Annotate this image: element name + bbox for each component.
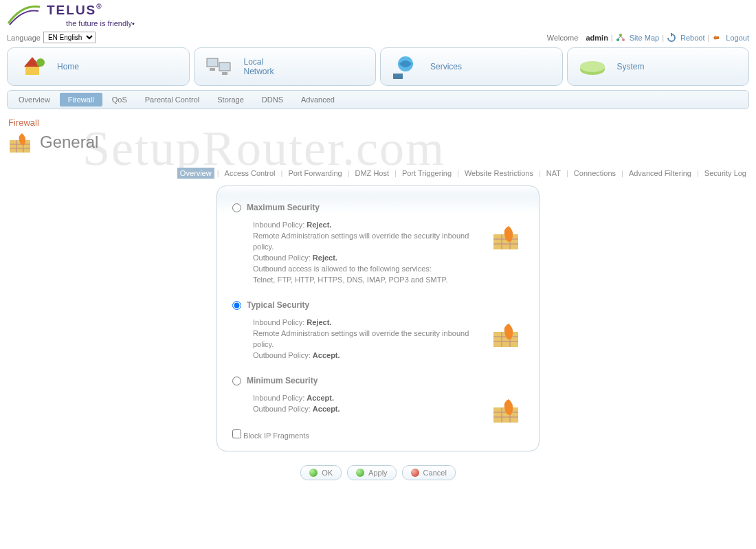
tab-website-restrictions[interactable]: Website Restrictions — [462, 168, 536, 179]
sub-nav: OverviewFirewallQoSParental ControlStora… — [7, 90, 749, 109]
policy-line: Inbound Policy: Accept. — [253, 392, 482, 403]
policy-line: Outbound Policy: Accept. — [253, 403, 482, 414]
services-icon — [390, 53, 421, 80]
security-title: Minimum Security — [247, 376, 318, 385]
subnav-overview[interactable]: Overview — [10, 93, 58, 107]
policy-line: Outbound Policy: Reject. — [253, 252, 482, 263]
security-title: Maximum Security — [247, 203, 320, 212]
subnav-qos[interactable]: QoS — [104, 93, 135, 107]
brand-logo: TELUS® the future is friendly• — [7, 3, 749, 27]
welcome-user: admin — [586, 34, 608, 42]
subnav-ddns[interactable]: DDNS — [254, 93, 291, 107]
svg-point-2 — [622, 38, 625, 41]
breadcrumb: Firewall General — [7, 117, 749, 154]
sitemap-icon — [616, 33, 625, 43]
system-icon — [577, 53, 608, 80]
nav-system[interactable]: System — [567, 47, 750, 86]
reboot-icon — [667, 33, 676, 43]
tab-port-triggering[interactable]: Port Triggering — [399, 168, 454, 179]
policy-line: Inbound Policy: Reject. — [253, 219, 482, 230]
logout-link[interactable]: Logout — [726, 34, 749, 42]
policy-line: Inbound Policy: Reject. — [253, 317, 482, 328]
security-radio-2[interactable] — [232, 377, 241, 385]
subnav-parental-control[interactable]: Parental Control — [137, 93, 208, 107]
subnav-advanced[interactable]: Advanced — [293, 93, 343, 107]
subnav-firewall[interactable]: Firewall — [60, 93, 102, 107]
block-ip-row: Block IP Fragments — [232, 429, 524, 440]
top-actions: Welcome admin | Site Map | Reboot | Logo… — [547, 33, 749, 43]
check-icon — [309, 469, 318, 477]
nav-services[interactable]: Services — [380, 47, 563, 86]
firewall-graphic-icon — [491, 396, 524, 425]
policy-text: Remote Administration settings will over… — [253, 328, 482, 350]
security-body: Inbound Policy: Reject.Remote Administra… — [253, 219, 524, 285]
firewall-graphic-icon — [491, 223, 524, 252]
svg-rect-10 — [222, 72, 227, 75]
security-title: Typical Security — [247, 300, 309, 310]
svg-point-6 — [36, 58, 45, 67]
language-dropdown[interactable]: EN English — [43, 32, 96, 43]
nav-local-network[interactable]: Local Network — [194, 47, 377, 86]
nav-system-label: System — [617, 62, 645, 71]
security-radio-1[interactable] — [232, 301, 241, 310]
button-row: OK Apply Cancel — [0, 465, 756, 480]
brand-tagline: the future is friendly• — [66, 19, 135, 27]
policy-text: Outbound access is allowed to the follow… — [253, 263, 482, 274]
tab-overview[interactable]: Overview — [177, 168, 214, 179]
nav-services-label: Services — [430, 62, 462, 71]
breadcrumb-section: Firewall — [8, 117, 749, 128]
nav-home-label: Home — [57, 62, 79, 71]
welcome-text: Welcome — [547, 34, 579, 42]
header: TELUS® the future is friendly• — [0, 0, 756, 27]
svg-rect-9 — [210, 68, 215, 71]
language-label: Language — [7, 34, 41, 42]
ok-button[interactable]: OK — [300, 465, 342, 480]
cancel-icon — [411, 469, 419, 477]
tab-nat[interactable]: NAT — [544, 168, 564, 179]
svg-rect-3 — [671, 33, 672, 36]
firewall-tabs: Overview|Access Control|Port Forwarding|… — [7, 168, 749, 179]
tab-dmz-host[interactable]: DMZ Host — [353, 168, 392, 179]
svg-rect-12 — [393, 74, 403, 79]
block-ip-checkbox[interactable] — [232, 429, 241, 438]
svg-rect-7 — [207, 58, 218, 67]
cancel-button[interactable]: Cancel — [402, 465, 456, 480]
apply-button[interactable]: Apply — [347, 465, 397, 480]
svg-point-1 — [616, 38, 619, 41]
security-panel: Maximum SecurityInbound Policy: Reject.R… — [216, 186, 540, 451]
brand-name: TELUS® — [47, 3, 135, 18]
sitemap-link[interactable]: Site Map — [630, 34, 659, 42]
security-body: Inbound Policy: Reject.Remote Administra… — [253, 317, 524, 361]
security-body: Inbound Policy: Accept.Outbound Policy: … — [253, 392, 524, 414]
tab-advanced-filtering[interactable]: Advanced Filtering — [626, 168, 694, 179]
apply-icon — [356, 469, 364, 477]
security-level-2: Minimum SecurityInbound Policy: Accept.O… — [232, 376, 524, 414]
firewall-graphic-icon — [491, 321, 524, 350]
firewall-icon — [8, 131, 34, 154]
reboot-link[interactable]: Reboot — [680, 34, 704, 42]
svg-point-14 — [580, 61, 605, 72]
page-title: General — [40, 133, 98, 152]
svg-rect-8 — [219, 63, 230, 71]
language-selector: Language EN English — [7, 32, 96, 43]
telus-swoosh-icon — [7, 3, 41, 27]
nav-network-label: Local Network — [244, 57, 274, 76]
tab-port-forwarding[interactable]: Port Forwarding — [285, 168, 344, 179]
tab-security-log[interactable]: Security Log — [702, 168, 749, 179]
block-ip-label: Block IP Fragments — [243, 432, 309, 440]
home-icon — [17, 53, 47, 80]
security-radio-0[interactable] — [232, 203, 241, 212]
tab-connections[interactable]: Connections — [571, 168, 619, 179]
policy-text: Remote Administration settings will over… — [253, 230, 482, 252]
security-level-0: Maximum SecurityInbound Policy: Reject.R… — [232, 203, 524, 285]
policy-line: Outbound Policy: Accept. — [253, 350, 482, 361]
main-nav: Home Local Network Services System — [0, 47, 756, 86]
subnav-storage[interactable]: Storage — [209, 93, 252, 107]
policy-text: Telnet, FTP, HTTP, HTTPS, DNS, IMAP, POP… — [253, 274, 482, 285]
nav-home[interactable]: Home — [7, 47, 190, 86]
svg-point-0 — [619, 34, 622, 36]
network-icon — [204, 53, 234, 80]
security-level-1: Typical SecurityInbound Policy: Reject.R… — [232, 300, 524, 361]
tab-access-control[interactable]: Access Control — [222, 168, 278, 179]
logout-icon — [712, 33, 722, 43]
